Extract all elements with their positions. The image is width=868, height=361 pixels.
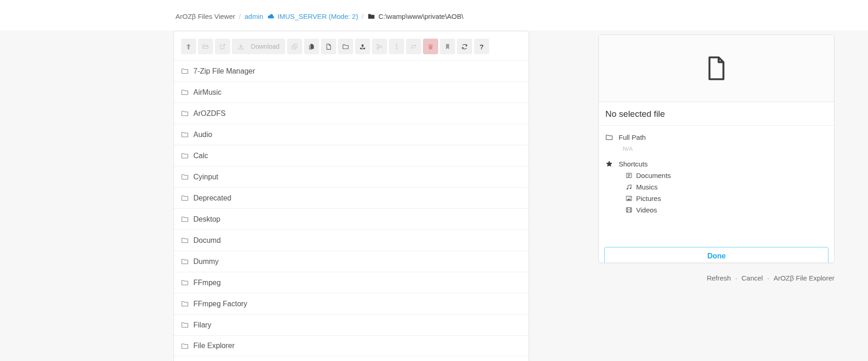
- shortcut-label: Documents: [636, 172, 671, 179]
- folder-row[interactable]: AirMusic: [174, 81, 529, 103]
- clone-icon: [291, 43, 298, 50]
- folder-row[interactable]: Audio: [174, 124, 529, 145]
- upload-button[interactable]: [355, 39, 370, 54]
- shortcuts-row: Shortcuts: [605, 160, 828, 168]
- folder-name: FFmpeg: [193, 279, 221, 287]
- full-path-label: Full Path: [619, 133, 646, 141]
- shortcut-list: DocumentsMusicsPicturesVideos: [605, 170, 828, 216]
- new-file-button[interactable]: [321, 39, 336, 54]
- folder-icon: [181, 258, 189, 265]
- shortcut-videos[interactable]: Videos: [626, 204, 828, 216]
- folder-row[interactable]: ArOZDFS: [174, 103, 529, 124]
- done-button[interactable]: Done: [604, 247, 829, 263]
- file-icon: [325, 43, 332, 50]
- shortcut-label: Pictures: [636, 195, 661, 202]
- folder-icon: [181, 88, 189, 96]
- folder-icon: [181, 152, 189, 160]
- folder-row[interactable]: Desktop: [174, 208, 529, 229]
- full-path-row: Full Path: [605, 133, 828, 141]
- refresh-link[interactable]: Refresh: [707, 274, 731, 282]
- arrow-up-icon: [185, 43, 192, 50]
- folder-row[interactable]: FFmpeg: [174, 272, 529, 293]
- go-up-button[interactable]: [181, 39, 196, 54]
- footer-links: Refresh·Cancel·ArOZβ File Explorer: [707, 274, 834, 282]
- rename-button[interactable]: [389, 39, 404, 54]
- download-button[interactable]: Download: [232, 39, 285, 54]
- bookmark-button[interactable]: [440, 39, 455, 54]
- star-icon: [605, 160, 613, 168]
- cut-button[interactable]: [372, 39, 387, 54]
- upload-icon: [359, 43, 366, 50]
- clone-button[interactable]: [287, 39, 302, 54]
- breadcrumb-separator: /: [362, 12, 364, 20]
- picture-icon: [626, 195, 632, 202]
- current-path: C:\wamp\www\private\AOB\: [378, 12, 463, 20]
- folder-row[interactable]: Dummy: [174, 251, 529, 272]
- folder-name: ArOZDFS: [193, 109, 225, 118]
- cancel-link[interactable]: Cancel: [741, 274, 763, 282]
- file-browser-card: Download? 7-Zip File ManagerAirMusicArOZ…: [174, 31, 529, 361]
- download-label: Download: [251, 43, 279, 50]
- bookmark-icon: [444, 43, 451, 50]
- folder-row[interactable]: File Explorer: [174, 335, 529, 356]
- server-link[interactable]: IMUS_SERVER (Mode: 2): [267, 12, 358, 20]
- exchange-icon: [410, 43, 417, 50]
- aroz-file-explorer-link[interactable]: ArOZβ File Explorer: [773, 274, 834, 282]
- folder-row[interactable]: Cyinput: [174, 166, 529, 187]
- toolbar: Download?: [174, 31, 529, 60]
- folder-name: Audio: [193, 131, 212, 139]
- question-icon: ?: [479, 43, 484, 50]
- copy-button[interactable]: [304, 39, 319, 54]
- folder-row[interactable]: FFmpeg Factory: [174, 293, 529, 314]
- move-button[interactable]: [406, 39, 421, 54]
- folder-row[interactable]: Deprecated: [174, 187, 529, 208]
- divider: [599, 125, 834, 126]
- current-location: C:\wamp\www\private\AOB\: [367, 12, 463, 20]
- folder-icon: [605, 133, 613, 141]
- file-details-card: No selected file Full Path N/A Shortcuts…: [598, 34, 834, 263]
- folder-icon: [181, 215, 189, 223]
- open-in-new-button[interactable]: [215, 39, 230, 54]
- footer-separator: ·: [767, 274, 769, 282]
- folder-name: File Explorer: [193, 342, 235, 350]
- trash-icon: [427, 43, 434, 50]
- open-button[interactable]: [198, 39, 213, 54]
- file-preview-area: [599, 35, 834, 102]
- shortcut-musics[interactable]: Musics: [626, 181, 828, 193]
- footer-separator: ·: [735, 274, 737, 282]
- cloud-icon: [267, 12, 275, 20]
- folder-name: Cyinput: [193, 173, 218, 181]
- shortcut-documents[interactable]: Documents: [626, 170, 828, 181]
- copy-icon: [308, 43, 315, 50]
- folder-icon: [181, 131, 189, 138]
- file-details-body: No selected file Full Path N/A Shortcuts…: [599, 102, 834, 263]
- music-icon: [626, 183, 632, 190]
- folder-row[interactable]: 7-Zip File Manager: [174, 60, 529, 81]
- folder-name: Desktop: [193, 215, 220, 223]
- folder-icon: [367, 12, 375, 20]
- server-link-label: IMUS_SERVER (Mode: 2): [277, 12, 358, 20]
- folder-icon: [181, 300, 189, 308]
- folder-name: Documd: [193, 236, 221, 245]
- help-button[interactable]: ?: [474, 39, 489, 54]
- folder-row[interactable]: Documd: [174, 229, 529, 251]
- shortcut-label: Videos: [636, 206, 657, 214]
- folder-row[interactable]: Filary: [174, 314, 529, 335]
- folder-icon: [342, 43, 349, 50]
- new-folder-button[interactable]: [338, 39, 353, 54]
- delete-button[interactable]: [423, 39, 438, 54]
- download-icon: [237, 43, 244, 50]
- file-placeholder-icon: [706, 55, 727, 81]
- folder-row[interactable]: Calc: [174, 145, 529, 166]
- breadcrumb: ArOZβ Files Viewer / admin IMUS_SERVER (…: [175, 12, 463, 20]
- refresh-icon: [461, 43, 468, 50]
- folder-name: AirMusic: [193, 88, 221, 97]
- folder-name: FFmpeg Factory: [193, 300, 247, 308]
- refresh-button[interactable]: [457, 39, 472, 54]
- folder-icon: [181, 109, 189, 117]
- folder-icon: [181, 194, 189, 202]
- folder-name: Deprecated: [193, 194, 231, 202]
- user-link[interactable]: admin: [244, 12, 263, 20]
- list-alt-icon: [626, 172, 632, 179]
- shortcut-pictures[interactable]: Pictures: [626, 193, 828, 204]
